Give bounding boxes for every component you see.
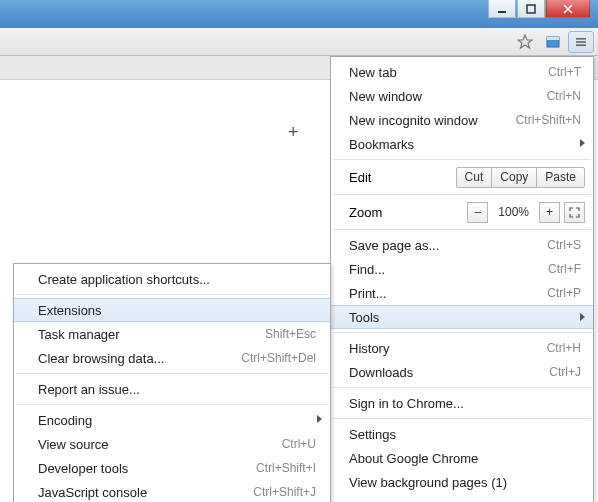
svg-rect-9 [576,44,586,46]
menu-separator [16,404,328,405]
menu-bookmarks[interactable]: Bookmarks [331,132,593,156]
copy-button[interactable]: Copy [491,167,537,188]
menu-downloads[interactable]: DownloadsCtrl+J [331,360,593,384]
edit-label: Edit [349,170,457,185]
svg-marker-4 [518,35,532,48]
main-menu: New tabCtrl+T New windowCtrl+N New incog… [330,56,594,502]
chevron-right-icon [580,139,585,147]
window-minimize-button[interactable] [488,0,516,18]
window-maximize-button[interactable] [517,0,545,18]
svg-rect-8 [576,41,586,43]
menu-separator [333,332,591,333]
bookmark-star-button[interactable] [512,31,538,53]
menu-separator [333,194,591,195]
zoom-in-button[interactable]: + [539,202,560,223]
menu-background-pages[interactable]: View background pages (1) [331,470,593,494]
fullscreen-button[interactable] [564,202,585,223]
menu-separator [333,387,591,388]
zoom-percent: 100% [492,202,535,223]
submenu-clear-data[interactable]: Clear browsing data...Ctrl+Shift+Del [14,346,330,370]
window-titlebar [0,0,598,28]
submenu-developer-tools[interactable]: Developer toolsCtrl+Shift+I [14,456,330,480]
menu-new-incognito[interactable]: New incognito windowCtrl+Shift+N [331,108,593,132]
browser-toolbar [0,28,598,56]
menu-settings[interactable]: Settings [331,422,593,446]
submenu-encoding[interactable]: Encoding [14,408,330,432]
menu-signin[interactable]: Sign in to Chrome... [331,391,593,415]
chevron-right-icon [580,313,585,321]
menu-separator [333,418,591,419]
menu-print[interactable]: Print...Ctrl+P [331,281,593,305]
tools-submenu: Create application shortcuts... Extensio… [13,263,331,502]
wrench-menu-button[interactable] [568,31,594,53]
page-icon-button[interactable] [540,31,566,53]
paste-button[interactable]: Paste [536,167,585,188]
cut-button[interactable]: Cut [456,167,493,188]
plus-icon: + [288,122,299,143]
menu-separator [333,229,591,230]
chevron-right-icon [317,415,322,423]
svg-rect-6 [547,37,559,40]
menu-new-window[interactable]: New windowCtrl+N [331,84,593,108]
menu-tools[interactable]: Tools [331,305,593,329]
menu-edit-row: Edit Cut Copy Paste [331,163,593,191]
zoom-out-button[interactable]: – [467,202,488,223]
menu-history[interactable]: HistoryCtrl+H [331,336,593,360]
submenu-view-source[interactable]: View sourceCtrl+U [14,432,330,456]
submenu-create-shortcuts[interactable]: Create application shortcuts... [14,267,330,291]
menu-about[interactable]: About Google Chrome [331,446,593,470]
menu-help[interactable]: Help [331,494,593,502]
menu-new-tab[interactable]: New tabCtrl+T [331,60,593,84]
submenu-js-console[interactable]: JavaScript consoleCtrl+Shift+J [14,480,330,502]
zoom-label: Zoom [349,205,463,220]
menu-separator [16,294,328,295]
menu-save-page[interactable]: Save page as...Ctrl+S [331,233,593,257]
window-close-button[interactable] [546,0,590,18]
submenu-task-manager[interactable]: Task managerShift+Esc [14,322,330,346]
menu-find[interactable]: Find...Ctrl+F [331,257,593,281]
submenu-extensions[interactable]: Extensions [14,298,330,322]
svg-rect-7 [576,38,586,40]
menu-zoom-row: Zoom – 100% + [331,198,593,226]
submenu-report-issue[interactable]: Report an issue... [14,377,330,401]
svg-rect-1 [527,5,535,13]
menu-separator [16,373,328,374]
menu-separator [333,159,591,160]
